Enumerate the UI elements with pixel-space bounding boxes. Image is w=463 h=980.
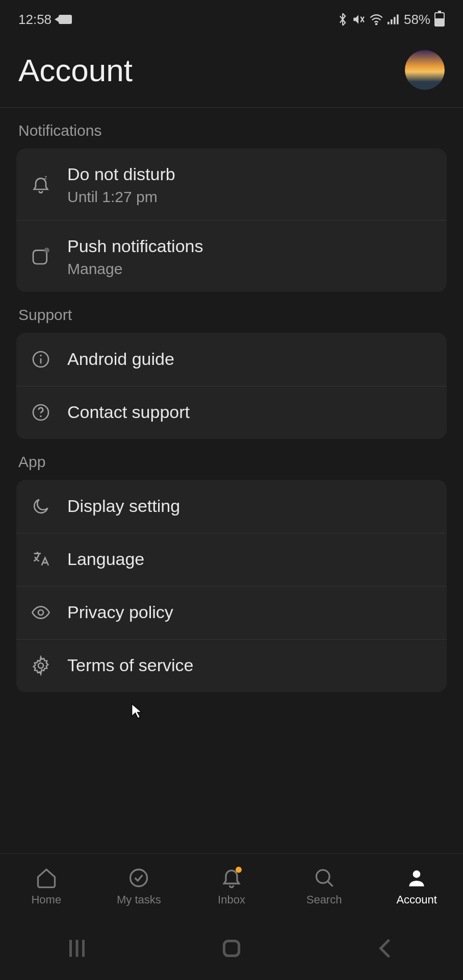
row-privacy-policy[interactable]: Privacy policy: [16, 586, 447, 639]
svg-point-14: [40, 415, 41, 417]
nav-home[interactable]: Home: [0, 867, 93, 906]
status-time: 12:58: [18, 12, 52, 28]
row-contact-support[interactable]: Contact support: [16, 386, 447, 439]
nav-mytasks[interactable]: My tasks: [93, 867, 186, 906]
check-circle-icon: [127, 867, 150, 889]
nav-label: Account: [396, 893, 437, 906]
svg-point-16: [38, 663, 43, 668]
help-icon: [30, 401, 52, 424]
back-button[interactable]: [371, 936, 401, 963]
svg-line-19: [327, 881, 332, 886]
gear-icon: [30, 654, 52, 677]
row-title: Do not disturb: [67, 163, 175, 186]
section-label-support: Support: [0, 292, 463, 333]
row-title: Language: [67, 548, 144, 571]
svg-point-15: [38, 610, 43, 615]
row-title: Display setting: [67, 495, 180, 518]
eye-icon: [30, 601, 52, 624]
svg-rect-4: [391, 19, 393, 24]
camera-icon: [59, 15, 72, 24]
svg-point-12: [40, 355, 41, 356]
info-icon: [30, 348, 52, 371]
row-push-notifications[interactable]: Push notifications Manage: [16, 220, 447, 292]
push-notifications-icon: [30, 245, 52, 267]
nav-search[interactable]: Search: [278, 867, 371, 906]
nav-label: Inbox: [218, 893, 245, 906]
translate-icon: [30, 548, 52, 571]
bluetooth-icon: [338, 13, 348, 26]
person-icon: [405, 867, 428, 889]
svg-rect-24: [224, 941, 239, 955]
page-header: Account: [0, 39, 463, 108]
row-title: Terms of service: [67, 654, 194, 677]
battery-icon: [434, 12, 445, 27]
status-bar: 12:58 58%: [0, 0, 463, 39]
recent-apps-button[interactable]: [62, 936, 92, 963]
row-title: Android guide: [67, 348, 174, 371]
page-title: Account: [18, 52, 133, 88]
nav-label: My tasks: [117, 893, 161, 906]
row-title: Push notifications: [67, 235, 203, 258]
svg-point-9: [44, 248, 49, 253]
svg-rect-5: [394, 17, 396, 24]
svg-rect-3: [388, 22, 390, 24]
row-display-setting[interactable]: Display setting: [16, 480, 447, 533]
signal-icon: [388, 14, 400, 25]
search-icon: [313, 867, 336, 889]
wifi-icon: [369, 14, 383, 25]
row-title: Contact support: [67, 401, 190, 424]
svg-text:z: z: [44, 174, 47, 180]
svg-point-2: [376, 23, 377, 24]
battery-percentage: 58%: [404, 12, 430, 28]
dnd-icon: z: [30, 173, 52, 195]
avatar[interactable]: [405, 50, 445, 90]
nav-label: Home: [31, 893, 61, 906]
row-android-guide[interactable]: Android guide: [16, 333, 447, 386]
nav-account[interactable]: Account: [370, 867, 463, 906]
home-icon: [35, 867, 58, 889]
bell-icon: [220, 867, 243, 889]
bottom-nav: Home My tasks Inbox Search Account: [0, 853, 463, 919]
row-subtitle: Until 1:27 pm: [67, 188, 175, 206]
svg-rect-8: [33, 250, 47, 264]
section-label-notifications: Notifications: [0, 108, 463, 149]
row-title: Privacy policy: [67, 601, 173, 624]
svg-point-20: [413, 870, 421, 878]
mute-icon: [352, 13, 365, 26]
svg-rect-6: [397, 14, 399, 24]
row-terms-of-service[interactable]: Terms of service: [16, 639, 447, 692]
row-subtitle: Manage: [67, 260, 203, 278]
nav-inbox[interactable]: Inbox: [185, 867, 278, 906]
home-button[interactable]: [216, 936, 247, 963]
notification-dot-icon: [236, 867, 242, 873]
section-label-app: App: [0, 439, 463, 480]
row-do-not-disturb[interactable]: z Do not disturb Until 1:27 pm: [16, 149, 447, 220]
system-nav: [0, 919, 463, 980]
nav-label: Search: [306, 893, 342, 906]
svg-point-18: [316, 870, 329, 883]
svg-point-17: [131, 869, 147, 886]
row-language[interactable]: Language: [16, 533, 447, 586]
moon-icon: [30, 495, 52, 518]
